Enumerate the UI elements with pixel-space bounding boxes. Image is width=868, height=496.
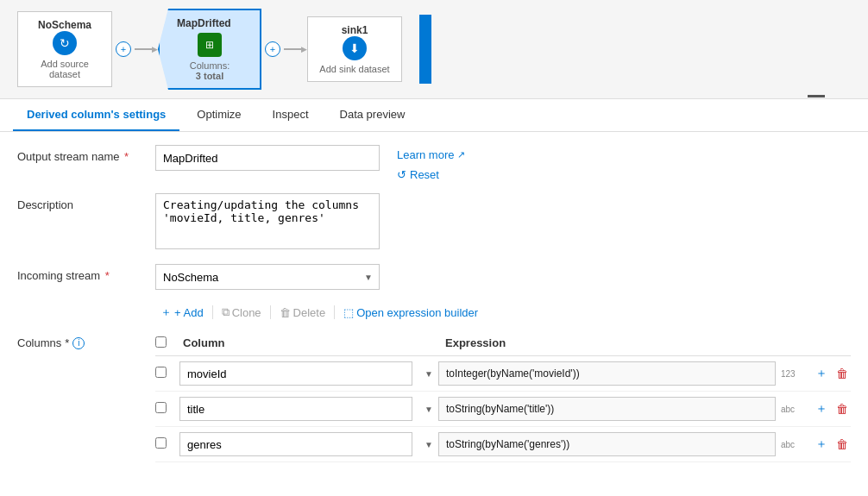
- columns-toolbar: ＋ + Add ⧉ Clone 🗑 Delete ⬚ Open expressi…: [155, 302, 851, 323]
- incoming-stream-row: Incoming stream * NoSchema ▼: [17, 264, 851, 290]
- row1-expr-cell: 123 ＋ 🗑: [438, 361, 851, 386]
- sink1-label: sink1: [342, 24, 368, 36]
- output-stream-label: Output stream name *: [17, 145, 155, 163]
- row1-add-button[interactable]: ＋: [813, 364, 830, 383]
- mapdrifted-label: MapDrifted: [177, 17, 242, 29]
- connector-2: ▶: [284, 45, 307, 53]
- add-icon: ＋: [160, 305, 172, 320]
- output-stream-row: Output stream name * Learn more ↗ ↺ Rese…: [17, 145, 851, 181]
- add-column-button[interactable]: ＋ + Add: [155, 302, 209, 323]
- noschema-label: NoSchema: [38, 19, 91, 31]
- learn-more-link[interactable]: Learn more ↗: [397, 148, 465, 161]
- row1-dropdown-arrow-icon: ▼: [425, 369, 433, 379]
- toolbar-sep-1: [212, 305, 213, 319]
- row3-actions: ＋ 🗑: [813, 435, 851, 454]
- description-label: Description: [17, 193, 155, 211]
- row2-checkbox[interactable]: [155, 402, 167, 413]
- incoming-stream-select[interactable]: NoSchema: [155, 264, 380, 290]
- add-after-noschema[interactable]: +: [116, 41, 131, 57]
- row2-expression-input[interactable]: [438, 397, 776, 421]
- right-actions: Learn more ↗ ↺ Reset: [397, 145, 465, 181]
- row2-column-input[interactable]: [179, 397, 412, 421]
- select-all-checkbox[interactable]: [155, 336, 167, 348]
- header-check-cell: [155, 336, 179, 350]
- row1-name-cell: ▼: [179, 361, 438, 386]
- noschema-icon: ↻: [53, 31, 77, 55]
- reset-icon: ↺: [397, 168, 406, 181]
- tab-optimize[interactable]: Optimize: [183, 99, 255, 131]
- clone-icon: ⧉: [222, 305, 230, 319]
- header-column-name: Column: [179, 336, 438, 350]
- row2-type-badge: abc: [781, 405, 802, 414]
- expression-builder-icon: ⬚: [343, 306, 354, 319]
- mapdrifted-info2: 3 total: [177, 71, 242, 81]
- row3-delete-button[interactable]: 🗑: [833, 436, 851, 453]
- row1-check-cell: [155, 367, 179, 380]
- toolbar-sep-2: [270, 305, 271, 319]
- row2-actions: ＋ 🗑: [813, 399, 851, 418]
- toolbar-sep-3: [334, 305, 335, 319]
- row2-name-cell: ▼: [179, 397, 438, 421]
- right-accent-bar: [419, 15, 431, 84]
- description-row: Description Creating/updating the column…: [17, 193, 851, 252]
- row2-add-button[interactable]: ＋: [813, 399, 830, 418]
- table-row: ▼ 123 ＋ 🗑: [155, 356, 851, 392]
- row1-checkbox[interactable]: [155, 367, 167, 378]
- columns-section: Columns * i Column Expression ▼: [17, 331, 851, 462]
- pipeline-node-mapdrifted[interactable]: MapDrifted ⊞ Columns: 3 total: [158, 9, 261, 90]
- tab-inspect[interactable]: Inspect: [259, 99, 323, 131]
- tab-derived[interactable]: Derived column's settings: [13, 99, 179, 131]
- columns-table: Column Expression ▼ 123 ＋ 🗑: [155, 331, 851, 462]
- row2-dropdown-arrow-icon: ▼: [425, 405, 433, 414]
- description-input-wrap: Creating/updating the columns 'movieId, …: [155, 193, 380, 252]
- row3-add-button[interactable]: ＋: [813, 435, 830, 454]
- tabs-bar: Derived column's settings Optimize Inspe…: [0, 99, 868, 132]
- output-stream-input[interactable]: [155, 145, 380, 171]
- columns-section-label: Columns * i: [17, 331, 155, 349]
- row1-column-input[interactable]: [179, 361, 412, 386]
- pipeline-area: NoSchema ↻ Add source dataset + ▶ MapDri…: [0, 0, 868, 99]
- delete-icon: 🗑: [280, 306, 291, 319]
- row3-expr-cell: abc ＋ 🗑: [438, 432, 851, 456]
- output-stream-input-wrap: [155, 145, 380, 171]
- sink1-sublabel: Add sink dataset: [319, 64, 389, 74]
- row3-checkbox[interactable]: [155, 437, 167, 449]
- add-after-mapdrifted[interactable]: +: [265, 41, 280, 57]
- row3-column-input[interactable]: [179, 432, 412, 456]
- row3-dropdown-arrow-icon: ▼: [425, 440, 433, 449]
- delete-column-button[interactable]: 🗑 Delete: [274, 304, 331, 322]
- pipeline-node-noschema[interactable]: NoSchema ↻ Add source dataset: [17, 11, 112, 87]
- description-textarea[interactable]: Creating/updating the columns 'movieId, …: [155, 193, 380, 249]
- minimize-bar[interactable]: [808, 95, 825, 97]
- incoming-stream-label: Incoming stream *: [17, 264, 155, 282]
- table-row: ▼ abc ＋ 🗑: [155, 392, 851, 427]
- row3-check-cell: [155, 437, 179, 451]
- row2-delete-button[interactable]: 🗑: [833, 400, 851, 418]
- row3-name-cell: ▼: [179, 432, 438, 456]
- settings-panel: Output stream name * Learn more ↗ ↺ Rese…: [0, 132, 868, 475]
- row2-check-cell: [155, 402, 179, 416]
- sink1-icon: ⬇: [343, 36, 367, 60]
- incoming-stream-select-wrap: NoSchema ▼: [155, 264, 380, 290]
- row1-delete-button[interactable]: 🗑: [833, 365, 851, 382]
- row1-type-badge: 123: [781, 369, 802, 379]
- mapdrifted-icon: ⊞: [198, 33, 222, 57]
- pipeline-node-sink1[interactable]: sink1 ⬇ Add sink dataset: [307, 16, 402, 82]
- clone-column-button[interactable]: ⧉ Clone: [217, 303, 267, 322]
- mapdrifted-info1: Columns:: [177, 60, 242, 71]
- columns-info-icon: i: [72, 337, 85, 349]
- noschema-sublabel: Add source dataset: [25, 59, 104, 79]
- table-row: ▼ abc ＋ 🗑: [155, 427, 851, 462]
- reset-button[interactable]: ↺ Reset: [397, 168, 465, 181]
- expression-builder-button[interactable]: ⬚ Open expression builder: [338, 304, 483, 322]
- columns-table-header: Column Expression: [155, 331, 851, 356]
- connector-1: ▶: [135, 45, 158, 53]
- row3-expression-input[interactable]: [438, 432, 776, 456]
- tab-preview[interactable]: Data preview: [326, 99, 419, 131]
- row1-actions: ＋ 🗑: [813, 364, 851, 383]
- row1-expression-input[interactable]: [438, 361, 776, 386]
- row2-expr-cell: abc ＋ 🗑: [438, 397, 851, 421]
- row3-type-badge: abc: [781, 440, 802, 449]
- external-link-icon: ↗: [457, 149, 465, 160]
- header-expression: Expression: [438, 336, 851, 350]
